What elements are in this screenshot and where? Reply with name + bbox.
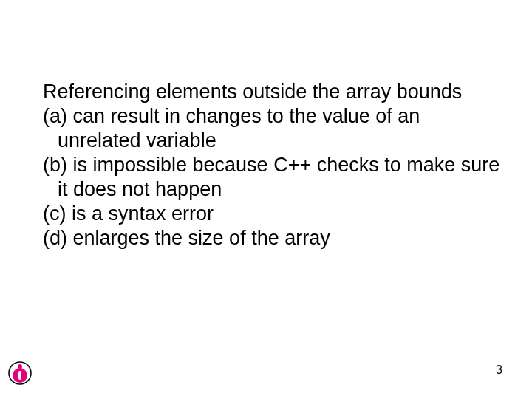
option-b: (b) is impossible because C++ checks to … xyxy=(30,153,502,202)
slide: Referencing elements outside the array b… xyxy=(0,0,532,399)
page-number: 3 xyxy=(496,364,502,377)
option-c: (c) is a syntax error xyxy=(30,202,502,226)
logo-icon xyxy=(7,361,33,386)
question-block: Referencing elements outside the array b… xyxy=(30,80,502,250)
svg-point-2 xyxy=(18,364,22,369)
option-a: (a) can result in changes to the value o… xyxy=(30,104,502,153)
option-d: (d) enlarges the size of the array xyxy=(30,226,502,250)
svg-rect-3 xyxy=(18,371,21,380)
question-stem: Referencing elements outside the array b… xyxy=(30,80,502,104)
